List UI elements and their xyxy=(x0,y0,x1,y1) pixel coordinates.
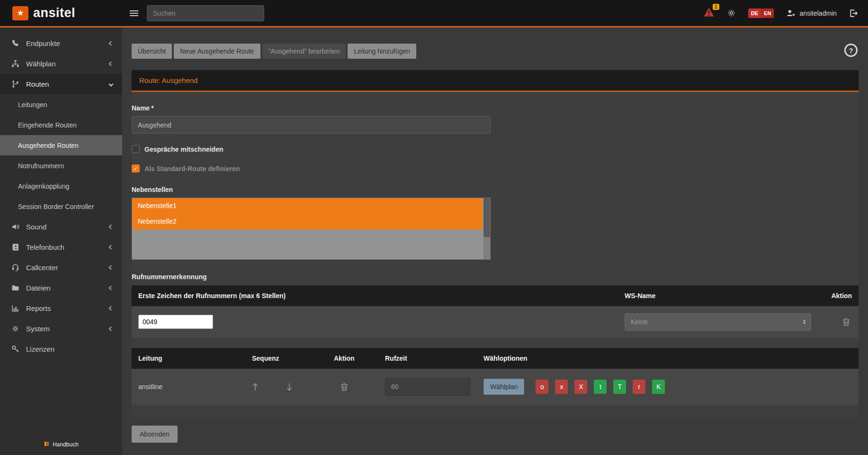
ring-time-input[interactable] xyxy=(385,378,470,396)
dial-option-t-lower[interactable]: t xyxy=(594,380,607,394)
chevron-left-icon xyxy=(109,306,114,311)
ausgehend-bearbeiten-button[interactable]: "Ausgehend" bearbeiten xyxy=(262,44,346,59)
neue-ausgehende-route-button[interactable]: Neue Ausgehende Route xyxy=(174,44,260,59)
chevron-left-icon xyxy=(109,245,114,250)
dial-option-r[interactable]: r xyxy=(633,380,645,394)
prefix-input[interactable] xyxy=(138,315,213,329)
logo-star-icon xyxy=(12,6,28,20)
toolbar: Übersicht Neue Ausgehende Route "Ausgehe… xyxy=(132,44,859,59)
logo-text: ansitel xyxy=(33,6,75,20)
extension-option-selected[interactable]: Nebenstelle2 xyxy=(132,214,483,229)
dial-option-o[interactable]: o xyxy=(536,380,548,394)
chevron-left-icon xyxy=(109,62,114,66)
column-header: Sequenz xyxy=(252,355,334,362)
subitem-label: Notrufnummern xyxy=(18,162,64,170)
topbar: ansitel 1 DE EN ansiteladmin xyxy=(0,0,868,27)
record-calls-checkbox[interactable] xyxy=(132,145,140,153)
prefix-table-row: Keine xyxy=(132,306,859,337)
sidebar-subitem-leitungen[interactable]: Leitungen xyxy=(0,94,122,115)
route-branch-icon xyxy=(10,80,20,88)
language-switcher[interactable]: DE EN xyxy=(748,9,774,18)
gear-icon[interactable] xyxy=(727,9,736,18)
delete-line-button[interactable] xyxy=(340,382,348,391)
uebersicht-button[interactable]: Übersicht xyxy=(132,44,172,59)
main-row: Endpunkte Wählplan Routen Leitungen Eing… xyxy=(0,27,868,455)
dial-option-k[interactable]: K xyxy=(652,380,665,394)
panel-header: Route: Ausgehend xyxy=(132,70,859,92)
ws-name-select[interactable]: Keine xyxy=(625,313,811,331)
name-input[interactable] xyxy=(132,116,491,134)
user-menu[interactable]: ansiteladmin xyxy=(786,9,837,17)
dial-option-t-upper[interactable]: T xyxy=(613,380,626,394)
extensions-label: Nebenstellen xyxy=(132,186,859,193)
ws-name-selected-value: Keine xyxy=(631,318,648,326)
column-header: Aktion xyxy=(823,292,852,300)
sidebar-item-label: Lizenzen xyxy=(26,345,113,353)
leitung-hinzufuegen-button[interactable]: Leitung hinzufügen xyxy=(348,44,416,59)
sidebar-item-endpunkte[interactable]: Endpunkte xyxy=(0,33,122,54)
sidebar-subitem-eingehende-routen[interactable]: Eingehende Routen xyxy=(0,115,122,135)
route-panel: Route: Ausgehend Name* Gespräche mitschn… xyxy=(132,70,859,417)
default-route-row[interactable]: Als Standard-Route definieren xyxy=(132,164,859,173)
subitem-label: Session Border Controller xyxy=(18,203,94,210)
action-cell xyxy=(334,382,385,391)
search-input[interactable] xyxy=(147,5,264,21)
listbox-scrollbar-thumb[interactable] xyxy=(483,198,490,237)
app-logo[interactable]: ansitel xyxy=(0,6,122,20)
dial-option-x-upper[interactable]: X xyxy=(574,380,587,394)
dial-option-x-lower[interactable]: x xyxy=(555,380,568,394)
username-text: ansiteladmin xyxy=(799,9,837,17)
sidebar-item-sound[interactable]: Sound xyxy=(0,217,122,237)
submit-button[interactable]: Absenden xyxy=(132,426,178,443)
sidebar-subitem-notrufnummern[interactable]: Notrufnummern xyxy=(0,155,122,176)
sidebar-subitem-anlagenkopplung[interactable]: Anlagenkopplung xyxy=(0,176,122,196)
sidebar-item-label: Dateien xyxy=(26,284,103,292)
extensions-listbox[interactable]: Nebenstelle1 Nebenstelle2 xyxy=(132,198,491,260)
record-calls-row[interactable]: Gespräche mitschneiden xyxy=(132,145,859,153)
user-icon xyxy=(786,9,796,17)
sidebar-item-label: Telefonbuch xyxy=(26,243,103,251)
help-icon[interactable] xyxy=(844,44,858,57)
sidebar-item-system[interactable]: System xyxy=(0,318,122,339)
record-calls-label: Gespräche mitschneiden xyxy=(144,146,224,153)
move-up-button[interactable] xyxy=(252,382,259,391)
delete-prefix-button[interactable] xyxy=(842,318,850,326)
panel-title: Route: Ausgehend xyxy=(139,76,197,84)
chevron-left-icon xyxy=(109,41,114,46)
sidebar-item-telefonbuch[interactable]: Telefonbuch xyxy=(0,237,122,257)
sidebar-item-label: Callcenter xyxy=(26,264,103,272)
column-header: Rufzeit xyxy=(385,355,483,362)
select-arrows-icon xyxy=(803,319,806,325)
move-down-button[interactable] xyxy=(286,382,293,391)
sidebar-item-label: Wählplan xyxy=(26,60,103,68)
line-name: ansitline xyxy=(138,383,252,391)
sitemap-icon xyxy=(10,60,20,68)
sidebar-item-dateien[interactable]: Dateien xyxy=(0,278,122,298)
lang-de[interactable]: DE xyxy=(748,9,761,18)
alert-warning-icon[interactable]: 1 xyxy=(703,7,715,19)
logout-icon[interactable] xyxy=(849,9,858,18)
extension-option-selected[interactable]: Nebenstelle1 xyxy=(132,198,483,214)
column-header: Aktion xyxy=(334,355,385,362)
waehlplan-button[interactable]: Wählplan xyxy=(483,379,524,395)
default-route-checkbox[interactable] xyxy=(132,164,140,173)
sidebar-item-label: Sound xyxy=(26,223,103,231)
menu-toggle-icon[interactable] xyxy=(130,10,138,16)
lang-en[interactable]: EN xyxy=(761,9,774,18)
sidebar-item-callcenter[interactable]: Callcenter xyxy=(0,257,122,278)
sidebar-item-label: System xyxy=(26,325,103,333)
sidebar-item-waehlplan[interactable]: Wählplan xyxy=(0,54,122,74)
line-table-header: Leitung Sequenz Aktion Rufzeit Wähloptio… xyxy=(132,348,859,369)
chevron-left-icon xyxy=(109,265,114,270)
headset-icon xyxy=(10,264,20,272)
sidebar-item-reports[interactable]: Reports xyxy=(0,298,122,318)
column-header: Erste Zeichen der Rufnummern (max 6 Stel… xyxy=(138,292,625,300)
handbuch-link[interactable]: Handbuch xyxy=(0,441,122,448)
sidebar-subitem-session-border-controller[interactable]: Session Border Controller xyxy=(0,196,122,217)
sidebar-item-lizenzen[interactable]: Lizenzen xyxy=(0,339,122,359)
subitem-label: Anlagenkopplung xyxy=(18,182,69,190)
required-mark: * xyxy=(151,104,153,112)
sidebar-subitem-ausgehende-routen[interactable]: Ausgehende Routen xyxy=(0,135,122,155)
sidebar-item-routen[interactable]: Routen xyxy=(0,74,122,94)
folder-icon xyxy=(10,284,20,292)
